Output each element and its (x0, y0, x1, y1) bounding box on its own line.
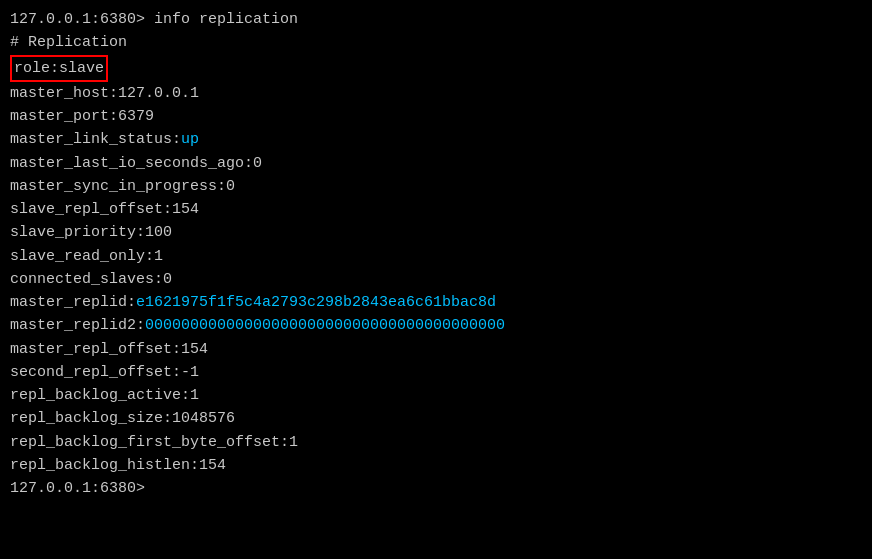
role-slave-text: role:slave (10, 55, 108, 82)
master-sync-value: 0 (226, 178, 235, 195)
section-header-text: # Replication (10, 34, 127, 51)
master-port-text: master_port:6379 (10, 108, 154, 125)
slave-read-only-text: slave_read_only:1 (10, 248, 163, 265)
master-repl-offset-text: master_repl_offset:154 (10, 341, 208, 358)
repl-backlog-first-byte-line: repl_backlog_first_byte_offset:1 (10, 431, 862, 454)
repl-backlog-active-key: repl_backlog_active: (10, 387, 190, 404)
prompt: 127.0.0.1:6380> info replication (10, 11, 298, 28)
slave-read-only-key: slave_read_only: (10, 248, 154, 265)
slave-repl-offset-line: slave_repl_offset:154 (10, 198, 862, 221)
master-replid2-line: master_replid2:0000000000000000000000000… (10, 314, 862, 337)
slave-priority-key: slave_priority: (10, 224, 145, 241)
master-sync-line: master_sync_in_progress:0 (10, 175, 862, 198)
connected-slaves-value: 0 (163, 271, 172, 288)
slave-repl-offset-value: 154 (172, 201, 199, 218)
slave-read-only-line: slave_read_only:1 (10, 245, 862, 268)
slave-read-only-value: 1 (154, 248, 163, 265)
connected-slaves-line: connected_slaves:0 (10, 268, 862, 291)
repl-backlog-active-value: 1 (190, 387, 199, 404)
command-line: 127.0.0.1:6380> info replication (10, 8, 862, 31)
repl-backlog-size-text: repl_backlog_size:1048576 (10, 410, 235, 427)
master-host-text: master_host:127.0.0.1 (10, 85, 199, 102)
second-repl-offset-value: -1 (181, 364, 199, 381)
slave-priority-value: 100 (145, 224, 172, 241)
master-last-io-key: master_last_io_seconds_ago: (10, 155, 253, 172)
repl-backlog-first-byte-key: repl_backlog_first_byte_offset: (10, 434, 289, 451)
repl-backlog-histlen-text: repl_backlog_histlen:154 (10, 457, 226, 474)
master-replid-value: e1621975f1f5c4a2793c298b2843ea6c61bbac8d (136, 294, 496, 311)
master-replid2-text: master_replid2:0000000000000000000000000… (10, 317, 505, 334)
master-replid-line: master_replid:e1621975f1f5c4a2793c298b28… (10, 291, 862, 314)
master-last-io-text: master_last_io_seconds_ago:0 (10, 155, 262, 172)
final-prompt: 127.0.0.1:6380> (10, 480, 145, 497)
repl-backlog-size-line: repl_backlog_size:1048576 (10, 407, 862, 430)
master-replid2-value: 0000000000000000000000000000000000000000 (145, 317, 505, 334)
master-host-value: 127.0.0.1 (118, 85, 199, 102)
repl-backlog-size-key: repl_backlog_size: (10, 410, 172, 427)
slave-repl-offset-key: slave_repl_offset: (10, 201, 172, 218)
master-last-io-line: master_last_io_seconds_ago:0 (10, 152, 862, 175)
master-replid-text: master_replid:e1621975f1f5c4a2793c298b28… (10, 294, 496, 311)
master-repl-offset-line: master_repl_offset:154 (10, 338, 862, 361)
master-replid2-key: master_replid2: (10, 317, 145, 334)
repl-backlog-first-byte-value: 1 (289, 434, 298, 451)
second-repl-offset-text: second_repl_offset:-1 (10, 364, 199, 381)
master-port-line: master_port:6379 (10, 105, 862, 128)
master-replid-key: master_replid: (10, 294, 136, 311)
slave-priority-line: slave_priority:100 (10, 221, 862, 244)
master-sync-text: master_sync_in_progress:0 (10, 178, 235, 195)
master-last-io-value: 0 (253, 155, 262, 172)
repl-backlog-histlen-key: repl_backlog_histlen: (10, 457, 199, 474)
repl-backlog-active-text: repl_backlog_active:1 (10, 387, 199, 404)
master-link-status-line: master_link_status:up (10, 128, 862, 151)
repl-backlog-size-value: 1048576 (172, 410, 235, 427)
repl-backlog-first-byte-text: repl_backlog_first_byte_offset:1 (10, 434, 298, 451)
master-port-key: master_port: (10, 108, 118, 125)
master-sync-key: master_sync_in_progress: (10, 178, 226, 195)
master-link-status-text: master_link_status:up (10, 131, 199, 148)
master-host-line: master_host:127.0.0.1 (10, 82, 862, 105)
master-repl-offset-key: master_repl_offset: (10, 341, 181, 358)
repl-backlog-active-line: repl_backlog_active:1 (10, 384, 862, 407)
master-link-status-value: up (181, 131, 199, 148)
slave-priority-text: slave_priority:100 (10, 224, 172, 241)
role-line: role:slave (10, 55, 862, 82)
repl-backlog-histlen-line: repl_backlog_histlen:154 (10, 454, 862, 477)
connected-slaves-key: connected_slaves: (10, 271, 163, 288)
connected-slaves-text: connected_slaves:0 (10, 271, 172, 288)
master-repl-offset-value: 154 (181, 341, 208, 358)
section-header-line: # Replication (10, 31, 862, 54)
master-host-key: master_host: (10, 85, 118, 102)
second-repl-offset-key: second_repl_offset: (10, 364, 181, 381)
second-repl-offset-line: second_repl_offset:-1 (10, 361, 862, 384)
terminal: 127.0.0.1:6380> info replication # Repli… (0, 0, 872, 559)
final-prompt-line: 127.0.0.1:6380> (10, 477, 862, 500)
repl-backlog-histlen-value: 154 (199, 457, 226, 474)
master-link-status-key: master_link_status: (10, 131, 181, 148)
slave-repl-offset-text: slave_repl_offset:154 (10, 201, 199, 218)
master-port-value: 6379 (118, 108, 154, 125)
